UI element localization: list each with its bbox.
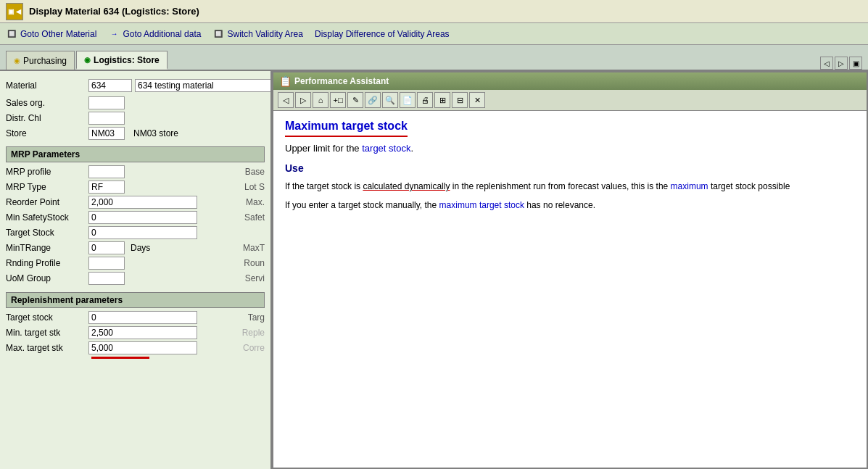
distr-chl-input[interactable] xyxy=(88,112,125,125)
min-trange-label: MinTRange xyxy=(6,243,86,253)
material-row: Material Single mate... xyxy=(6,77,272,94)
min-target-stk-row: Min. target stk Reple xyxy=(6,326,265,339)
target-stock-replen-label: Target stock xyxy=(6,312,86,323)
reorder-point-right: Max. xyxy=(246,197,265,207)
sales-org-input[interactable] xyxy=(88,96,125,109)
mrp-profile-input[interactable] xyxy=(88,165,125,178)
tab-logistics-store[interactable]: ◉ Logistics: Store xyxy=(76,51,168,70)
distr-chl-row: Distr. Chl xyxy=(6,112,272,125)
uom-group-input[interactable] xyxy=(88,272,125,285)
tab-next-btn[interactable]: ▷ xyxy=(835,57,848,70)
goto-additional-data[interactable]: → Goto Additional data xyxy=(108,28,201,40)
mrp-type-right: Lot S xyxy=(244,182,265,192)
target-stock-replen-input[interactable] xyxy=(88,311,197,324)
perf-header-icon: 📋 xyxy=(279,75,292,87)
store-row: Store NM03 store xyxy=(6,127,272,140)
performance-assistant-panel: 📋 Performance Assistant ◁ ▷ ⌂ +□ ✎ 🔗 🔍 📄… xyxy=(272,71,868,469)
mrp-type-label: MRP Type xyxy=(6,182,86,192)
menu-bar: 🔲 Goto Other Material → Goto Additional … xyxy=(0,23,868,45)
material-header: Material Single mate... Sales org. Distr… xyxy=(6,77,265,142)
perf-add-btn[interactable]: +□ xyxy=(330,92,346,108)
store-desc: NM03 store xyxy=(133,128,178,138)
target-stock-label: Target Stock xyxy=(6,228,86,238)
reorder-point-input[interactable] xyxy=(88,196,197,209)
mrp-section-header: MRP Parameters xyxy=(6,146,265,162)
perf-assistant-header: 📋 Performance Assistant xyxy=(273,72,867,90)
material-label: Material xyxy=(6,80,86,91)
store-input[interactable] xyxy=(88,127,125,140)
mrp-type-input[interactable] xyxy=(88,180,125,194)
mrp-type-row: MRP Type Lot S xyxy=(6,180,265,194)
logistics-tab-icon: ◉ xyxy=(84,56,91,64)
tab-prev-btn[interactable]: ◁ xyxy=(820,57,833,70)
perf-assistant-content: Maximum target stock Upper limit for the… xyxy=(273,111,867,468)
maximum-target-stock-link[interactable]: maximum target stock xyxy=(439,200,524,210)
perf-close-btn[interactable]: ✕ xyxy=(469,92,485,108)
material-input[interactable] xyxy=(88,79,132,92)
left-panel: Material Single mate... Sales org. Distr… xyxy=(0,71,272,469)
sales-org-row: Sales org. xyxy=(6,96,272,109)
red-underline-indicator xyxy=(91,357,149,359)
sales-org-label: Sales org. xyxy=(6,98,86,108)
reorder-point-row: Reorder Point Max. xyxy=(6,196,265,209)
goto-other-icon: 🔲 xyxy=(6,28,17,40)
mrp-profile-label: MRP profile xyxy=(6,167,86,177)
min-target-stk-label: Min. target stk xyxy=(6,328,86,338)
maximum-link[interactable]: maximum xyxy=(671,181,708,191)
switch-validity-area[interactable]: 🔲 Switch Validity Area xyxy=(212,28,303,40)
calculated-dynamically-text: calculated dynamically xyxy=(363,181,450,191)
max-target-stk-input[interactable] xyxy=(88,341,197,354)
perf-forward-btn[interactable]: ▷ xyxy=(295,92,311,108)
min-safety-input[interactable] xyxy=(88,211,197,224)
tabs-container: ◉ Purchasing ◉ Logistics: Store ◁ ▷ ▣ xyxy=(0,45,868,71)
min-safety-row: Min SafetyStock Safet xyxy=(6,211,265,224)
perf-print-btn[interactable]: 🖨 xyxy=(417,92,433,108)
max-target-stk-right: Corre xyxy=(243,343,265,353)
perf-paragraph-2: If you enter a target stock manually, th… xyxy=(285,199,855,212)
perf-back-btn[interactable]: ◁ xyxy=(278,92,294,108)
material-desc-input[interactable] xyxy=(135,79,272,92)
perf-link-btn[interactable]: 🔗 xyxy=(365,92,381,108)
perf-grid1-btn[interactable]: ⊞ xyxy=(434,92,450,108)
min-safety-label: Min SafetyStock xyxy=(6,212,86,223)
min-target-stk-right: Reple xyxy=(242,328,265,338)
perf-home-btn[interactable]: ⌂ xyxy=(313,92,328,108)
rnding-profile-input[interactable] xyxy=(88,257,125,270)
tab-navigation: ◁ ▷ ▣ xyxy=(820,57,862,70)
perf-edit-btn[interactable]: ✎ xyxy=(347,92,363,108)
perf-paragraph-1: If the target stock is calculated dynami… xyxy=(285,180,855,193)
title-bar: ▣ ◀ Display Material 634 (Logistics: Sto… xyxy=(0,0,868,23)
target-stock-row: Target Stock xyxy=(6,226,265,239)
min-trange-input[interactable] xyxy=(88,241,125,254)
target-stock-replen-row: Target stock Targ xyxy=(6,311,265,324)
mrp-profile-row: MRP profile Base xyxy=(6,165,265,178)
tab-purchasing[interactable]: ◉ Purchasing xyxy=(6,51,75,70)
uom-group-label: UoM Group xyxy=(6,273,86,283)
min-safety-right: Safet xyxy=(244,212,265,223)
perf-copy-btn[interactable]: 📄 xyxy=(400,92,416,108)
rnding-profile-label: Rnding Profile xyxy=(6,258,86,268)
max-target-stk-label: Max. target stk xyxy=(6,343,86,353)
use-section-header: Use xyxy=(285,162,855,174)
tab-menu-btn[interactable]: ▣ xyxy=(849,57,862,70)
sap-icon: ▣ ◀ xyxy=(6,3,23,20)
perf-search-btn[interactable]: 🔍 xyxy=(382,92,398,108)
target-stock-link[interactable]: target stock xyxy=(362,143,410,154)
uom-group-right: Servi xyxy=(245,273,265,283)
target-stock-input[interactable] xyxy=(88,226,197,239)
goto-other-material[interactable]: 🔲 Goto Other Material xyxy=(6,28,96,40)
replenishment-section-header: Replenishment parameters xyxy=(6,292,265,308)
purchasing-tab-icon: ◉ xyxy=(14,57,20,65)
min-target-stk-input[interactable] xyxy=(88,326,197,339)
perf-grid2-btn[interactable]: ⊟ xyxy=(452,92,468,108)
rnding-profile-row: Rnding Profile Roun xyxy=(6,257,265,270)
distr-chl-label: Distr. Chl xyxy=(6,113,86,123)
switch-validity-icon: 🔲 xyxy=(212,28,224,40)
store-label: Store xyxy=(6,128,86,138)
reorder-point-label: Reorder Point xyxy=(6,197,86,207)
max-target-stk-row: Max. target stk Corre xyxy=(6,341,265,354)
rnding-profile-right: Roun xyxy=(244,258,265,268)
uom-group-row: UoM Group Servi xyxy=(6,272,265,285)
min-trange-row: MinTRange Days MaxT xyxy=(6,241,265,254)
display-diff-validity[interactable]: Display Difference of Validity Areas xyxy=(315,29,450,39)
